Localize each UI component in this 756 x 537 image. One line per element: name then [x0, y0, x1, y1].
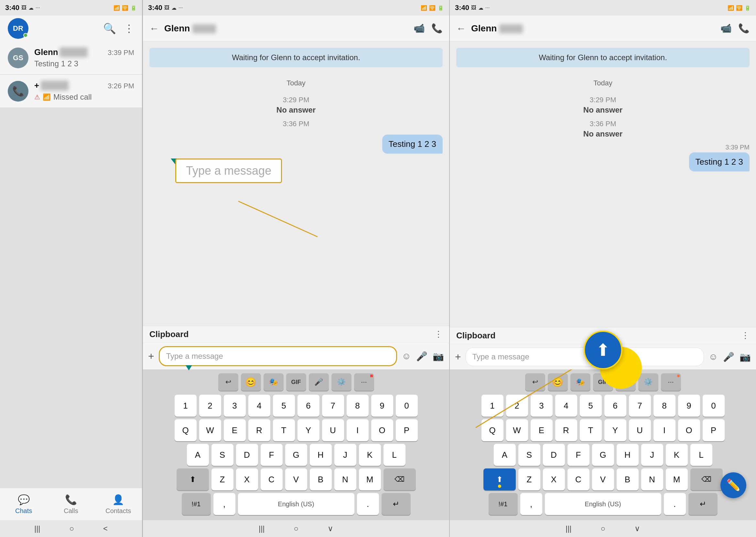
kb-numsym-3[interactable]: !#1: [489, 493, 518, 515]
compose-fab[interactable]: ✏️: [720, 472, 746, 498]
kb-q-2[interactable]: Q: [174, 419, 197, 441]
kb-enter-2[interactable]: ↵: [382, 493, 411, 515]
kb-p-3[interactable]: P: [703, 419, 725, 441]
android-menu-icon-2[interactable]: |||: [259, 524, 265, 533]
kb-settings-key-2[interactable]: ⚙️: [331, 373, 352, 391]
kb-8-3[interactable]: 8: [654, 395, 675, 417]
clipboard-more-icon-2[interactable]: ⋮: [434, 329, 443, 339]
kb-e-3[interactable]: E: [531, 419, 552, 441]
kb-r-3[interactable]: R: [555, 419, 577, 441]
kb-k-3[interactable]: K: [666, 444, 688, 466]
kb-8-2[interactable]: 8: [347, 395, 369, 417]
kb-k-2[interactable]: K: [359, 444, 381, 466]
kb-period-2[interactable]: .: [357, 493, 379, 515]
clipboard-more-icon-3[interactable]: ⋮: [741, 331, 749, 341]
emoji-icon-2[interactable]: ☺: [401, 351, 411, 361]
nav-chats[interactable]: 💬 Chats: [0, 491, 47, 518]
kb-comma-3[interactable]: ,: [520, 493, 542, 515]
kb-y-2[interactable]: Y: [297, 419, 320, 441]
kb-z-3[interactable]: Z: [518, 469, 540, 490]
emoji-icon-3[interactable]: ☺: [708, 351, 718, 362]
kb-voice-key-2[interactable]: 🎤: [309, 373, 329, 391]
kb-t-3[interactable]: T: [580, 419, 602, 441]
more-options-icon[interactable]: ⋮: [124, 22, 134, 35]
android-down-icon-2[interactable]: ∨: [327, 524, 333, 533]
kb-c-3[interactable]: C: [567, 469, 589, 490]
kb-g-2[interactable]: G: [285, 444, 307, 466]
mic-icon-3[interactable]: 🎤: [723, 351, 734, 362]
kb-more-key-2[interactable]: ···: [354, 373, 374, 391]
kb-m-3[interactable]: M: [666, 469, 688, 490]
android-menu-icon-3[interactable]: |||: [566, 524, 572, 533]
kb-2-2[interactable]: 2: [199, 395, 221, 417]
kb-settings-key-3[interactable]: ⚙️: [638, 373, 658, 391]
kb-a-2[interactable]: A: [187, 444, 209, 466]
kb-n-2[interactable]: N: [334, 469, 356, 490]
kb-d-2[interactable]: D: [236, 444, 258, 466]
android-back-icon[interactable]: <: [103, 524, 108, 533]
kb-6-3[interactable]: 6: [604, 395, 626, 417]
kb-shift-3[interactable]: ⬆: [483, 469, 516, 490]
kb-x-2[interactable]: X: [236, 469, 258, 490]
back-icon-2[interactable]: ←: [149, 23, 159, 34]
video-call-icon-3[interactable]: 📹: [720, 23, 732, 34]
camera-icon-3[interactable]: 📷: [739, 351, 751, 362]
kb-numsym-2[interactable]: !#1: [182, 493, 211, 515]
kb-n-3[interactable]: N: [641, 469, 663, 490]
voice-call-icon-3[interactable]: 📞: [738, 23, 749, 34]
kb-0-2[interactable]: 0: [396, 395, 418, 417]
kb-2-3[interactable]: 2: [506, 395, 528, 417]
kb-j-3[interactable]: J: [641, 444, 663, 466]
nav-contacts[interactable]: 👤 Contacts: [95, 491, 142, 518]
kb-b-3[interactable]: B: [617, 469, 639, 490]
kb-9-2[interactable]: 9: [371, 395, 393, 417]
chat-item-glenn[interactable]: GS Glenn 3:39 PM Testing 1 2 3: [0, 41, 142, 74]
kb-space-2[interactable]: English (US): [238, 493, 355, 515]
kb-backspace-2[interactable]: ⌫: [384, 469, 416, 490]
upload-send-button[interactable]: ⬆: [584, 331, 623, 369]
kb-b-2[interactable]: B: [310, 469, 332, 490]
kb-x-3[interactable]: X: [543, 469, 565, 490]
kb-g-3[interactable]: G: [592, 444, 614, 466]
kb-d-3[interactable]: D: [543, 444, 565, 466]
back-icon-3[interactable]: ←: [456, 23, 466, 34]
kb-u-2[interactable]: U: [322, 419, 344, 441]
kb-1-2[interactable]: 1: [174, 395, 197, 417]
kb-v-2[interactable]: V: [285, 469, 307, 490]
kb-3-2[interactable]: 3: [224, 395, 246, 417]
kb-shift-2[interactable]: ⬆: [176, 469, 209, 490]
kb-sticker-key-3[interactable]: 🎭: [570, 373, 590, 391]
kb-r-2[interactable]: R: [248, 419, 270, 441]
kb-p-2[interactable]: P: [396, 419, 418, 441]
input-add-icon-3[interactable]: +: [455, 351, 461, 363]
message-input-field-2[interactable]: Type a message: [159, 346, 397, 366]
kb-i-2[interactable]: I: [347, 419, 369, 441]
kb-undo-key-3[interactable]: ↩: [525, 373, 545, 391]
kb-enter-3[interactable]: ↵: [688, 493, 718, 515]
kb-comma-2[interactable]: ,: [213, 493, 235, 515]
kb-4-3[interactable]: 4: [555, 395, 577, 417]
kb-h-3[interactable]: H: [617, 444, 639, 466]
android-home-icon-3[interactable]: ○: [601, 524, 606, 533]
android-home-icon[interactable]: ○: [69, 524, 74, 533]
kb-q-3[interactable]: Q: [481, 419, 504, 441]
video-call-icon-2[interactable]: 📹: [414, 23, 425, 34]
kb-o-3[interactable]: O: [678, 419, 700, 441]
kb-5-2[interactable]: 5: [273, 395, 295, 417]
kb-0-3[interactable]: 0: [703, 395, 725, 417]
kb-sticker-key-2[interactable]: 🎭: [264, 373, 284, 391]
kb-4-2[interactable]: 4: [248, 395, 270, 417]
kb-space-3[interactable]: English (US): [545, 493, 661, 515]
kb-5-3[interactable]: 5: [580, 395, 602, 417]
kb-e-2[interactable]: E: [224, 419, 246, 441]
kb-more-key-3[interactable]: ···: [661, 373, 681, 391]
kb-t-2[interactable]: T: [273, 419, 295, 441]
mic-icon-2[interactable]: 🎤: [416, 351, 428, 362]
kb-backspace-3[interactable]: ⌫: [690, 469, 723, 490]
voice-call-icon-2[interactable]: 📞: [431, 23, 443, 34]
kb-w-2[interactable]: W: [199, 419, 221, 441]
kb-9-3[interactable]: 9: [678, 395, 700, 417]
chat-item-missed[interactable]: 📞 + 3:26 PM ⚠ 📶 Missed call: [0, 75, 142, 108]
kb-undo-key-2[interactable]: ↩: [218, 373, 238, 391]
kb-6-2[interactable]: 6: [297, 395, 320, 417]
